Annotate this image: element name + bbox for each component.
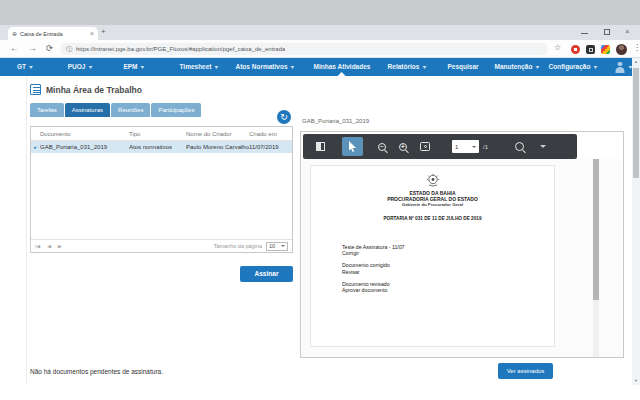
ver-assinados-button[interactable]: Ver assinados bbox=[498, 363, 553, 379]
browser-menu-icon[interactable]: ⋮ bbox=[633, 44, 640, 52]
tab-close-icon[interactable]: × bbox=[90, 30, 94, 37]
user-icon bbox=[614, 62, 626, 73]
chevron-down-icon bbox=[141, 66, 145, 69]
chevron-down-icon bbox=[215, 66, 219, 69]
page-total-label: /1 bbox=[483, 144, 488, 150]
window-close-button[interactable]: × bbox=[625, 28, 630, 36]
app-navbar: GT PUOJ EPM Timesheet Atos Normativos Mi… bbox=[0, 58, 640, 76]
nav-item-minhas-atividades[interactable]: Minhas Atividades bbox=[314, 58, 371, 76]
extension-red-icon[interactable] bbox=[571, 45, 580, 54]
nav-item-epm[interactable]: EPM bbox=[123, 58, 144, 76]
reload-button[interactable]: ⟳ bbox=[46, 44, 53, 53]
first-page-icon[interactable]: |◀ bbox=[35, 243, 40, 249]
globe-icon: ⊕ bbox=[12, 31, 17, 37]
page-size-value: 10 bbox=[269, 243, 281, 249]
next-page-icon[interactable]: ▶ bbox=[58, 243, 62, 249]
cell-criado-em: 11/07/2019 bbox=[249, 144, 292, 150]
back-button[interactable]: ← bbox=[10, 44, 19, 53]
chevron-down-icon bbox=[422, 66, 426, 69]
nav-item-relatorios[interactable]: Relatórios bbox=[388, 58, 427, 76]
nav-item-puoj[interactable]: PUOJ bbox=[68, 58, 93, 76]
site-info-icon[interactable]: ⓘ bbox=[66, 46, 72, 52]
content-divider bbox=[26, 76, 27, 384]
chevron-down-icon bbox=[88, 66, 92, 69]
pointer-tool-icon[interactable] bbox=[342, 137, 363, 156]
viewer-document-title: GAB_Portaria_031_2019 bbox=[302, 118, 369, 124]
active-menu-indicator bbox=[338, 72, 346, 76]
tab-tarefas[interactable]: Tarefas bbox=[30, 103, 64, 117]
window-maximize-button[interactable] bbox=[604, 29, 610, 35]
zoom-out-icon[interactable]: − bbox=[378, 143, 386, 151]
refresh-icon[interactable]: ↻ bbox=[277, 110, 291, 124]
forward-button[interactable]: → bbox=[28, 44, 37, 53]
column-header-documento: Documento bbox=[40, 131, 129, 137]
table-row[interactable]: ▸ GAB_Portaria_031_2019 Atos normativos … bbox=[31, 141, 292, 153]
scroll-down-arrow-icon[interactable]: ▼ bbox=[632, 378, 640, 383]
print-icon[interactable] bbox=[420, 142, 430, 151]
cell-nome-do-criador: Paulo Moreno Carvalho bbox=[186, 144, 249, 150]
extension-color-icon[interactable] bbox=[601, 45, 610, 54]
work-area-icon bbox=[30, 84, 41, 95]
page-size-select[interactable]: 10 bbox=[266, 242, 288, 251]
nav-item-timesheet[interactable]: Timesheet bbox=[179, 58, 218, 76]
url-text: https://intranet.pge.ba.gov.br/PGE_Fluxo… bbox=[76, 46, 285, 52]
assinar-button[interactable]: Assinar bbox=[240, 266, 293, 282]
page-number-value: 1 bbox=[455, 144, 472, 150]
search-icon[interactable] bbox=[515, 142, 524, 151]
toolbar-more-chevron-icon[interactable] bbox=[540, 145, 546, 148]
browser-profile-avatar[interactable] bbox=[616, 44, 627, 55]
window-minimize-button[interactable] bbox=[581, 33, 588, 34]
nav-item-gt[interactable]: GT bbox=[17, 58, 33, 76]
pending-documents-note: Não há documentos pendentes de assinatur… bbox=[30, 368, 163, 375]
page-scrollbar-thumb[interactable] bbox=[633, 68, 639, 178]
page-size-label: Tamanho da página bbox=[214, 243, 262, 249]
previous-page-icon[interactable]: ◀ bbox=[47, 243, 51, 249]
chevron-down-icon bbox=[291, 66, 295, 69]
zoom-in-icon[interactable]: + bbox=[399, 143, 407, 151]
pdf-subject-line: PORTARIA Nº 031 DE 11 DE JULHO DE 2019 bbox=[311, 216, 554, 221]
chevron-down-icon bbox=[472, 146, 476, 148]
chevron-down-icon bbox=[593, 66, 597, 69]
new-tab-button[interactable]: + bbox=[101, 28, 106, 36]
table-pagination-bar: |◀ ◀ ▶ Tamanho da página 10 bbox=[31, 239, 292, 252]
cell-documento: GAB_Portaria_031_2019 bbox=[40, 144, 129, 150]
url-input[interactable]: ⓘ https://intranet.pge.ba.gov.br/PGE_Flu… bbox=[60, 43, 548, 55]
tab-reunioes[interactable]: Reuniões bbox=[111, 103, 150, 117]
browser-tab[interactable]: ⊕ Caixa de Entrada × bbox=[8, 27, 98, 40]
pdf-org-line3: Gabinete do Procurador Geral bbox=[311, 202, 554, 207]
pdf-toolbar: − + 1 /1 bbox=[303, 134, 577, 159]
extension-dark-icon[interactable] bbox=[586, 45, 595, 54]
documents-table: Documento Tipo Nome do Criador Criado em… bbox=[30, 126, 293, 253]
chevron-down-icon bbox=[29, 66, 33, 69]
table-header-row: Documento Tipo Nome do Criador Criado em bbox=[31, 127, 292, 141]
page-title: Minha Área de Trabalho bbox=[46, 85, 142, 95]
nav-item-configuracao[interactable]: Configuração bbox=[549, 58, 598, 76]
scroll-up-arrow-icon[interactable]: ▲ bbox=[632, 59, 640, 64]
chevron-down-icon bbox=[535, 66, 539, 69]
chevron-down-icon bbox=[281, 245, 285, 247]
nav-item-pesquisar[interactable]: Pesquisar bbox=[447, 58, 478, 76]
content-tabs: Tarefas Assinaturas Reuniões Participaçõ… bbox=[30, 103, 202, 117]
column-header-nome-do-criador: Nome do Criador bbox=[186, 131, 249, 137]
nav-item-user-menu[interactable] bbox=[614, 58, 633, 76]
page-number-select[interactable]: 1 bbox=[452, 140, 479, 153]
pdf-page: ESTADO DA BAHIA PROCURADORIA GERAL DO ES… bbox=[310, 165, 555, 347]
tab-title: Caixa de Entrada bbox=[20, 31, 90, 37]
nav-item-atos-normativos[interactable]: Atos Normativos bbox=[235, 58, 294, 76]
cell-tipo: Atos normativos bbox=[129, 144, 186, 150]
tab-assinaturas[interactable]: Assinaturas bbox=[65, 103, 110, 117]
pdf-scrollbar-thumb[interactable] bbox=[593, 159, 599, 300]
tab-participacoes[interactable]: Participações bbox=[151, 103, 201, 117]
pdf-body-text: Teste de Assinatura - 11/07 Corrigir Doc… bbox=[342, 244, 404, 299]
sidebar-toggle-icon[interactable] bbox=[316, 142, 325, 151]
row-selected-marker-icon: ▸ bbox=[31, 144, 40, 150]
bookmark-star-icon[interactable]: ☆ bbox=[554, 44, 561, 52]
column-header-tipo: Tipo bbox=[129, 131, 186, 137]
column-header-criado-em: Criado em bbox=[249, 131, 292, 137]
nav-item-manutencao[interactable]: Manutenção bbox=[495, 58, 540, 76]
